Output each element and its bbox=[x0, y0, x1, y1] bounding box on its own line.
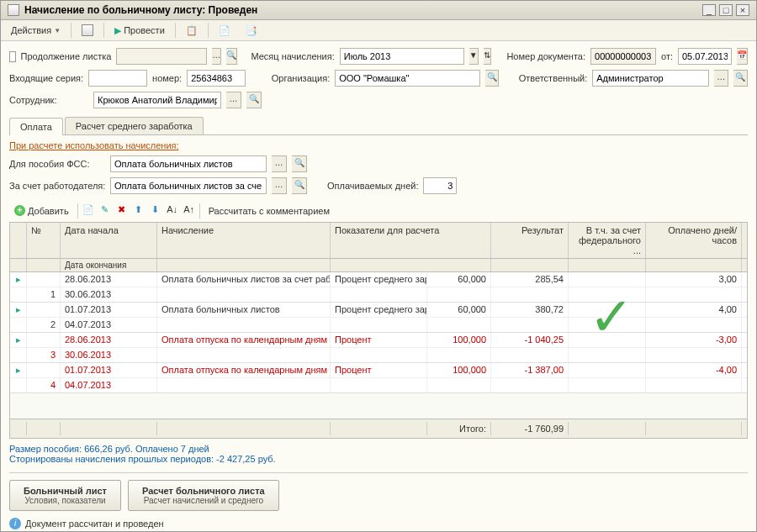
table-toolbar: + Добавить 📄 ✎ ✖ ⬆ ⬇ A↓ A↑ Рассчитать с … bbox=[9, 199, 748, 222]
org-search-icon[interactable]: 🔍 bbox=[485, 70, 500, 87]
employee-input[interactable] bbox=[93, 92, 221, 108]
add-button[interactable]: + Добавить bbox=[9, 203, 74, 219]
move-up-icon[interactable]: ⬆ bbox=[132, 204, 146, 218]
chevron-down-icon: ▼ bbox=[54, 27, 61, 34]
month-label: Месяц начисления: bbox=[251, 51, 334, 61]
continuation-checkbox[interactable] bbox=[9, 51, 16, 62]
summary-text: Размер пособия: 666,26 руб. Оплачено 7 д… bbox=[9, 444, 748, 464]
employer-search-icon[interactable]: 🔍 bbox=[292, 177, 307, 194]
table-row[interactable]: 130.06.2013 bbox=[10, 287, 747, 303]
sort-desc-icon[interactable]: A↑ bbox=[183, 204, 196, 218]
row-marker-icon: ▸ bbox=[16, 365, 21, 375]
maximize-button[interactable]: □ bbox=[719, 4, 733, 16]
window-title: Начисление по больничному листу: Проведе… bbox=[24, 4, 257, 16]
org-input[interactable] bbox=[335, 70, 479, 87]
col-days[interactable]: Оплачено дней/часов bbox=[646, 223, 742, 258]
close-button[interactable]: × bbox=[736, 4, 749, 16]
docdate-input[interactable] bbox=[678, 48, 732, 65]
table-row[interactable]: 330.06.2013 bbox=[10, 348, 747, 363]
document-icon bbox=[8, 4, 19, 16]
employer-label: За счет работодателя: bbox=[9, 181, 105, 191]
docnum-label: Номер документа: bbox=[506, 51, 585, 61]
row-marker-icon: ▸ bbox=[16, 304, 21, 314]
table-row[interactable]: ▸01.07.2013Оплата отпуска по календарным… bbox=[10, 363, 747, 378]
delete-row-icon[interactable]: ✖ bbox=[115, 204, 129, 218]
fss-search-icon[interactable]: 🔍 bbox=[292, 155, 307, 172]
employer-input[interactable] bbox=[110, 177, 267, 194]
section-title[interactable]: При расчете использовать начисления: bbox=[9, 140, 748, 150]
process-button[interactable]: ▶ Провести bbox=[109, 24, 170, 38]
continuation-lookup[interactable]: … bbox=[212, 48, 221, 65]
col-date-end[interactable]: Дата окончания bbox=[61, 259, 157, 271]
status-text: Документ рассчитан и проведен bbox=[25, 519, 164, 529]
table-row[interactable]: ▸28.06.2013Оплата больничных листов за с… bbox=[10, 272, 747, 287]
titlebar: Начисление по больничному листу: Проведе… bbox=[1, 1, 756, 20]
info-icon: i bbox=[9, 518, 21, 529]
employee-search-icon[interactable]: 🔍 bbox=[246, 92, 262, 108]
docnum-input[interactable] bbox=[590, 48, 656, 65]
table-row[interactable]: ▸01.07.2013Оплата больничных листовПроце… bbox=[10, 303, 747, 318]
resp-label: Ответственный: bbox=[519, 73, 588, 83]
minimize-button[interactable]: _ bbox=[702, 4, 716, 16]
month-input[interactable] bbox=[340, 48, 464, 65]
tab-payment[interactable]: Оплата bbox=[9, 118, 63, 135]
total-label: Итого: bbox=[427, 422, 491, 435]
paid-days-input[interactable] bbox=[423, 177, 457, 194]
resp-input[interactable] bbox=[592, 70, 709, 87]
series-label: Входящие серия: bbox=[9, 73, 83, 83]
paid-days-label: Оплачиваемых дней: bbox=[327, 181, 418, 191]
tabs: Оплата Расчет среднего заработка bbox=[9, 117, 748, 135]
employer-lookup[interactable]: … bbox=[272, 177, 287, 194]
actions-menu[interactable]: Действия ▼ bbox=[6, 24, 66, 37]
col-num[interactable]: № bbox=[27, 223, 61, 258]
continuation-input[interactable] bbox=[116, 48, 207, 65]
fss-input[interactable] bbox=[110, 155, 267, 172]
calc-grid: № Дата начала Начисление Показатели для … bbox=[9, 222, 748, 439]
tab-avg[interactable]: Расчет среднего заработка bbox=[65, 117, 204, 134]
form-header: Продолжение листка … 🔍 Месяц начисления:… bbox=[1, 41, 756, 117]
continuation-search-icon[interactable]: 🔍 bbox=[226, 48, 237, 65]
month-step-icon[interactable]: ⇅ bbox=[484, 48, 492, 65]
fss-lookup[interactable]: … bbox=[272, 155, 287, 172]
row-marker-icon: ▸ bbox=[16, 334, 21, 345]
col-date-start[interactable]: Дата начала bbox=[61, 223, 157, 258]
fss-label: Для пособия ФСС: bbox=[9, 159, 105, 169]
plus-icon: + bbox=[14, 205, 25, 216]
num-label: номер: bbox=[152, 73, 182, 83]
calc-comment-button[interactable]: Рассчитать с комментарием bbox=[204, 204, 335, 218]
total-value: -1 760,99 bbox=[491, 422, 569, 435]
main-toolbar: Действия ▼ ▶ Провести 📋 📄 📑 bbox=[1, 20, 756, 41]
table-row[interactable]: 404.07.2013 bbox=[10, 378, 747, 393]
copy-row-icon[interactable]: 📄 bbox=[82, 204, 95, 218]
col-calc[interactable]: Начисление bbox=[157, 223, 331, 258]
resp-search-icon[interactable]: 🔍 bbox=[733, 70, 748, 87]
move-down-icon[interactable]: ⬇ bbox=[149, 204, 162, 218]
save-icon-button[interactable] bbox=[77, 23, 98, 38]
col-federal[interactable]: В т.ч. за счет федерального ... bbox=[569, 223, 646, 258]
col-result[interactable]: Результат bbox=[491, 223, 569, 258]
panel-sick-leave[interactable]: Больничный лист Условия, показатели bbox=[9, 480, 121, 511]
calendar-icon[interactable]: 📅 bbox=[737, 48, 748, 65]
continuation-label: Продолжение листка bbox=[21, 51, 112, 61]
table-row[interactable]: 204.07.2013 bbox=[10, 318, 747, 333]
series-input[interactable] bbox=[88, 70, 147, 87]
row-marker-icon: ▸ bbox=[16, 274, 21, 284]
toolbar-icon-2[interactable]: 📄 bbox=[214, 24, 236, 38]
table-row[interactable]: ▸28.06.2013Оплата отпуска по календарным… bbox=[10, 333, 747, 348]
toolbar-icon-1[interactable]: 📋 bbox=[181, 24, 203, 38]
num-input[interactable] bbox=[187, 70, 246, 87]
sort-asc-icon[interactable]: A↓ bbox=[166, 204, 179, 218]
toolbar-icon-3[interactable]: 📑 bbox=[241, 24, 262, 38]
org-label: Организация: bbox=[272, 73, 330, 83]
panel-calc[interactable]: Расчет больничного листа Расчет начислен… bbox=[128, 480, 279, 511]
resp-lookup[interactable]: … bbox=[714, 70, 728, 87]
employee-lookup[interactable]: … bbox=[226, 92, 241, 108]
status-row: i Документ рассчитан и проведен bbox=[9, 518, 748, 529]
edit-row-icon[interactable]: ✎ bbox=[98, 204, 112, 218]
from-label: от: bbox=[661, 51, 673, 61]
play-icon: ▶ bbox=[114, 25, 121, 36]
month-down-icon[interactable]: ▼ bbox=[469, 48, 479, 65]
col-indicators[interactable]: Показатели для расчета bbox=[331, 223, 491, 258]
employee-label: Сотрудник: bbox=[9, 95, 88, 105]
